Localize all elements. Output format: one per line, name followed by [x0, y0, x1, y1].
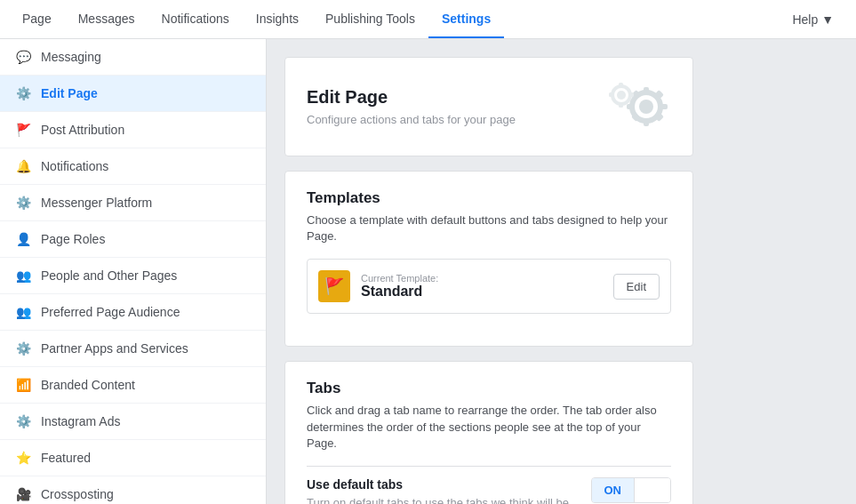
sidebar-item-page-roles[interactable]: 👤 Page Roles: [0, 221, 266, 258]
sidebar-label-partner-apps: Partner Apps and Services: [41, 341, 252, 356]
sidebar-item-edit-page[interactable]: ⚙️ Edit Page: [0, 76, 266, 112]
nav-messages[interactable]: Messages: [65, 0, 148, 38]
sidebar-item-crossposting[interactable]: 🎥 Crossposting: [0, 476, 266, 504]
toggle-off-area[interactable]: [635, 478, 670, 502]
edit-page-card: Edit Page Configure actions and tabs for…: [284, 57, 693, 156]
svg-rect-14: [628, 92, 634, 97]
people-other-pages-icon: 👥: [14, 267, 32, 284]
page-description: Configure actions and tabs for your page: [307, 113, 516, 126]
default-tabs-text: Use default tabs Turn on default tabs to…: [307, 477, 577, 504]
sidebar: 💬 Messaging ⚙️ Edit Page 🚩 Post Attribut…: [0, 39, 267, 504]
svg-rect-13: [619, 102, 623, 108]
templates-card: Templates Choose a template with default…: [284, 171, 693, 347]
toggle-on-option[interactable]: ON: [592, 478, 636, 502]
page-title: Edit Page: [307, 87, 516, 108]
sidebar-label-preferred-audience: Preferred Page Audience: [41, 305, 252, 319]
sidebar-label-messaging: Messaging: [41, 50, 252, 64]
template-current-label: Current Template:: [361, 273, 603, 284]
nav-items: Page Messages Notifications Insights Pub…: [9, 0, 504, 38]
sidebar-label-notifications: Notifications: [41, 159, 252, 173]
template-current-name: Standard: [361, 284, 603, 300]
nav-publishing-tools[interactable]: Publishing Tools: [312, 0, 428, 38]
template-edit-button[interactable]: Edit: [613, 274, 660, 300]
gear-illustration: [600, 76, 671, 138]
layout: 💬 Messaging ⚙️ Edit Page 🚩 Post Attribut…: [0, 39, 856, 504]
tabs-description: Click and drag a tab name to rearrange t…: [307, 403, 671, 452]
instagram-ads-icon: ⚙️: [14, 412, 32, 430]
svg-rect-4: [660, 104, 668, 109]
svg-rect-12: [619, 83, 623, 88]
sidebar-item-partner-apps[interactable]: ⚙️ Partner Apps and Services: [0, 331, 266, 367]
tabs-card: Tabs Click and drag a tab name to rearra…: [284, 361, 693, 504]
template-flag-icon: 🚩: [318, 270, 350, 302]
sidebar-label-edit-page: Edit Page: [41, 86, 252, 100]
sidebar-item-instagram-ads[interactable]: ⚙️ Instagram Ads: [0, 404, 266, 440]
sidebar-item-messenger-platform[interactable]: ⚙️ Messenger Platform: [0, 185, 266, 221]
notifications-icon: 🔔: [14, 157, 32, 175]
default-tabs-label: Use default tabs: [307, 477, 577, 492]
template-box: 🚩 Current Template: Standard Edit: [307, 259, 671, 314]
top-nav: Page Messages Notifications Insights Pub…: [0, 0, 856, 39]
nav-page[interactable]: Page: [9, 0, 65, 38]
default-tabs-subdesc: Turn on default tabs to use the tabs we …: [307, 495, 577, 504]
main-content: Edit Page Configure actions and tabs for…: [267, 39, 856, 504]
preferred-audience-icon: 👥: [14, 303, 32, 321]
svg-point-1: [639, 100, 653, 114]
sidebar-label-instagram-ads: Instagram Ads: [41, 414, 252, 428]
default-tabs-toggle[interactable]: ON: [591, 477, 672, 503]
sidebar-item-post-attribution[interactable]: 🚩 Post Attribution: [0, 112, 266, 148]
sidebar-item-preferred-audience[interactable]: 👥 Preferred Page Audience: [0, 294, 266, 331]
sidebar-item-messaging[interactable]: 💬 Messaging: [0, 39, 266, 76]
messaging-icon: 💬: [14, 48, 32, 66]
sidebar-label-messenger-platform: Messenger Platform: [41, 196, 252, 210]
edit-page-text: Edit Page Configure actions and tabs for…: [307, 87, 516, 126]
post-attribution-icon: 🚩: [14, 121, 32, 139]
sidebar-label-crossposting: Crossposting: [41, 487, 252, 501]
default-tabs-row: Use default tabs Turn on default tabs to…: [307, 466, 671, 504]
tabs-title: Tabs: [307, 380, 671, 397]
featured-icon: ⭐: [14, 449, 32, 467]
partner-apps-icon: ⚙️: [14, 340, 32, 357]
sidebar-label-branded-content: Branded Content: [41, 378, 252, 392]
svg-rect-3: [644, 119, 649, 126]
gear-svg-icon: [600, 76, 671, 138]
sidebar-item-people-other-pages[interactable]: 👥 People and Other Pages: [0, 258, 266, 294]
templates-title: Templates: [307, 189, 671, 207]
svg-rect-2: [644, 87, 649, 94]
sidebar-label-featured: Featured: [41, 451, 252, 465]
sidebar-label-people-other-pages: People and Other Pages: [41, 268, 252, 283]
template-info: Current Template: Standard: [361, 273, 603, 300]
edit-page-icon: ⚙️: [14, 84, 32, 102]
nav-insights[interactable]: Insights: [243, 0, 312, 38]
sidebar-item-branded-content[interactable]: 📶 Branded Content: [0, 367, 266, 404]
svg-point-11: [617, 91, 626, 100]
nav-help[interactable]: Help ▼: [779, 12, 847, 27]
nav-notifications[interactable]: Notifications: [148, 0, 243, 38]
sidebar-item-featured[interactable]: ⭐ Featured: [0, 440, 266, 476]
crossposting-icon: 🎥: [14, 485, 32, 503]
messenger-platform-icon: ⚙️: [14, 194, 32, 212]
nav-settings[interactable]: Settings: [428, 0, 504, 38]
templates-description: Choose a template with default buttons a…: [307, 212, 671, 244]
sidebar-label-post-attribution: Post Attribution: [41, 123, 252, 137]
svg-rect-15: [609, 92, 614, 97]
sidebar-label-page-roles: Page Roles: [41, 232, 252, 246]
page-roles-icon: 👤: [14, 230, 32, 248]
svg-rect-5: [627, 104, 634, 109]
branded-content-icon: 📶: [14, 376, 32, 394]
sidebar-item-notifications[interactable]: 🔔 Notifications: [0, 148, 266, 185]
